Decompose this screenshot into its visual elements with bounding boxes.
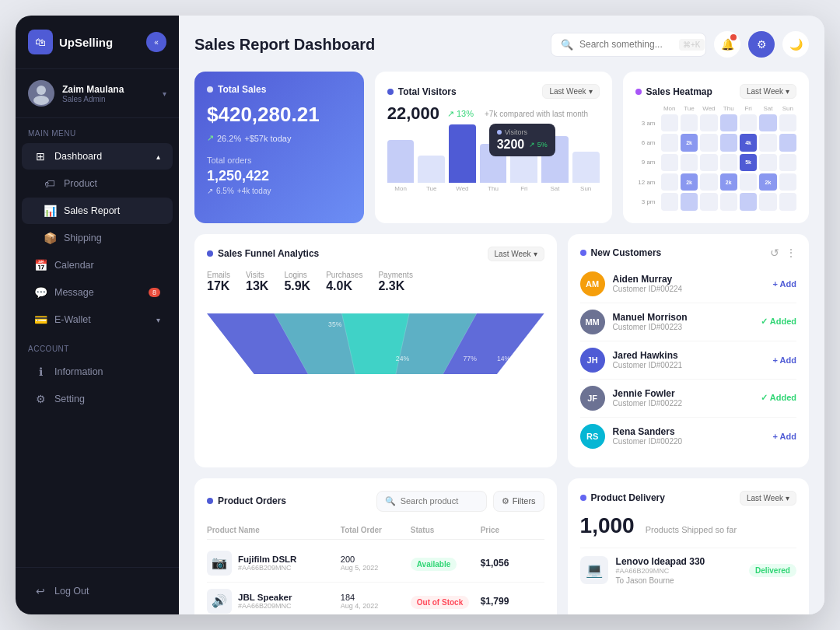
- sidebar-collapse-button[interactable]: «: [146, 32, 166, 52]
- user-role: Sales Admin: [62, 95, 155, 103]
- total-orders-label: Total orders: [207, 156, 352, 165]
- funnel-filter-button[interactable]: Last Week ▾: [488, 247, 544, 261]
- account-section-label: Account: [16, 334, 179, 358]
- heatmap-filter-button[interactable]: Last Week ▾: [740, 84, 796, 99]
- chevron-up-icon: ▴: [156, 152, 160, 161]
- total-orders-amount: 1,250,422: [207, 168, 352, 184]
- delivery-filter-button[interactable]: Last Week ▾: [740, 491, 796, 506]
- sidebar-item-dashboard[interactable]: ⊞ Dashboard ▴: [22, 143, 173, 170]
- ewallet-icon: 💳: [34, 313, 47, 326]
- heatmap-dot: [635, 89, 642, 95]
- sidebar-item-label: E-Wallet: [54, 314, 91, 325]
- sidebar-item-shipping[interactable]: 📦 Shipping: [22, 225, 173, 251]
- added-indicator: ✓ Added: [761, 317, 796, 327]
- funnel-emails: Emails 17K: [207, 271, 230, 293]
- add-customer-button[interactable]: + Add: [773, 432, 796, 441]
- sidebar: 🛍 UpSelling « Zaim Maulana Sales Admin ▾…: [16, 16, 179, 614]
- refresh-icon[interactable]: ↺: [770, 247, 779, 259]
- svg-text:100%: 100%: [220, 354, 237, 362]
- orders-title: Product Orders: [218, 495, 286, 506]
- visitors-change: ↗ 13%: [447, 109, 474, 119]
- total-orders-section: Total orders 1,250,422 ↗ 6.5% +4k today: [207, 156, 352, 195]
- avatar: JF: [580, 386, 605, 411]
- sidebar-item-sales-report[interactable]: 📊 Sales Report: [22, 198, 173, 224]
- search-product-input[interactable]: [401, 496, 478, 506]
- th-status: Status: [411, 526, 474, 534]
- sidebar-item-ewallet[interactable]: 💳 E-Wallet ▾: [22, 306, 173, 333]
- svg-point-1: [33, 96, 49, 105]
- product-cell: 📷 Fujifilm DSLR #AA66B209MNC: [207, 551, 334, 576]
- customer-item-jennie: JF Jennie Fowler Customer ID#00222 ✓ Add…: [580, 380, 796, 418]
- delivery-title: Product Delivery: [591, 492, 665, 503]
- avatar: JH: [580, 348, 605, 373]
- product-cell: 🔊 JBL Speaker #AA66B209MNC: [207, 589, 334, 614]
- funnel-dot: [207, 250, 213, 257]
- filters-button[interactable]: ⚙ Filters: [493, 491, 544, 512]
- card-dot: [207, 86, 213, 93]
- delivery-item: 💻 Lenovo Ideapad 330 #AA66B209MNC To Jas…: [580, 548, 796, 593]
- filter-icon: ⚙: [502, 496, 509, 506]
- main-menu-label: Main Menu: [16, 118, 179, 142]
- notification-button[interactable]: 🔔: [714, 31, 740, 58]
- settings-button[interactable]: ⚙: [748, 31, 775, 58]
- bar-mon: Mon: [387, 140, 415, 192]
- more-icon[interactable]: ⋮: [786, 247, 796, 259]
- sidebar-item-information[interactable]: ℹ Information: [22, 359, 173, 385]
- th-price: Price: [481, 526, 544, 534]
- total-sales-header: Total Sales: [207, 84, 352, 95]
- customer-info: Aiden Murray Customer ID#00224: [613, 274, 765, 293]
- tooltip-dot: [497, 130, 502, 135]
- funnel-logins: Logins 5.9K: [284, 271, 310, 293]
- table-header: Product Name Total Order Status Price: [207, 521, 544, 540]
- funnel-visits: Visits 13K: [246, 271, 268, 293]
- add-customer-button[interactable]: + Add: [773, 355, 796, 365]
- notification-badge: [730, 34, 737, 40]
- search-product-bar[interactable]: 🔍: [376, 491, 487, 512]
- sidebar-item-label: Information: [54, 366, 103, 377]
- search-icon: 🔍: [385, 496, 396, 506]
- th-total-order: Total Order: [341, 526, 404, 534]
- dark-mode-button[interactable]: 🌙: [782, 31, 809, 58]
- total-sales-card: Total Sales $420,280.21 ↗ 26.2% +$57k to…: [194, 72, 364, 223]
- chevron-down-icon: ▾: [786, 494, 789, 502]
- calendar-icon: 📅: [34, 259, 47, 271]
- logout-button[interactable]: ↩ Log Out: [28, 579, 166, 604]
- search-bar[interactable]: 🔍 ⌘+K: [551, 33, 706, 57]
- user-info: Zaim Maulana Sales Admin: [62, 84, 155, 103]
- logo-icon: 🛍: [28, 30, 53, 54]
- chevron-down-icon: ▾: [156, 316, 160, 324]
- sidebar-user[interactable]: Zaim Maulana Sales Admin ▾: [16, 69, 179, 118]
- visitors-stats: 22,000 ↗ 13% +7k compared with last mont…: [387, 103, 600, 124]
- shipped-label: Products Shipped so far: [646, 525, 737, 534]
- product-image: 🔊: [207, 589, 232, 614]
- search-icon: 🔍: [561, 39, 573, 51]
- change-abs: +$57k today: [244, 134, 291, 143]
- funnel-metrics: Emails 17K Visits 13K Logins 5.9K Purcha…: [207, 271, 544, 293]
- logout-label: Log Out: [54, 586, 89, 597]
- sidebar-item-calendar[interactable]: 📅 Calendar: [22, 252, 173, 278]
- customer-info: Jared Hawkins Customer ID#00221: [613, 350, 765, 369]
- product-orders-header: Product Orders 🔍 ⚙ Filters: [207, 491, 544, 512]
- change-arrow-icon: ↗: [447, 109, 454, 119]
- info-icon: ℹ: [34, 366, 47, 378]
- visitors-filter-button[interactable]: Last Week ▾: [542, 84, 599, 99]
- customers-dot: [580, 250, 586, 256]
- main-content: Sales Report Dashboard 🔍 ⌘+K 🔔 ⚙ 🌙: [179, 16, 824, 614]
- shipped-count: 1,000: [580, 513, 635, 538]
- user-menu-chevron-icon[interactable]: ▾: [163, 89, 166, 98]
- add-customer-button[interactable]: + Add: [773, 279, 796, 289]
- sidebar-logo: 🛍 UpSelling: [28, 30, 113, 54]
- sales-heatmap-card: Sales Heatmap Last Week ▾ Mon Tue Wed Th…: [623, 72, 810, 223]
- funnel-chart-container: 100% 77% 35% 24% 14%: [207, 301, 544, 390]
- sidebar-item-product[interactable]: 🏷 Product: [22, 170, 173, 197]
- sidebar-item-setting[interactable]: ⚙ Setting: [22, 386, 173, 412]
- sidebar-item-message[interactable]: 💬 Message 8: [22, 279, 173, 306]
- sidebar-item-label: Dashboard: [54, 151, 102, 162]
- sidebar-item-label: Shipping: [64, 233, 102, 243]
- message-icon: 💬: [34, 286, 47, 299]
- visitors-header: Total Visitors Last Week ▾: [387, 84, 600, 99]
- top-cards-grid: Total Sales $420,280.21 ↗ 26.2% +$57k to…: [194, 72, 809, 223]
- search-input[interactable]: [579, 39, 673, 50]
- funnel-purchases: Purchases 4.0K: [326, 271, 362, 293]
- sidebar-item-label: Message: [54, 287, 94, 298]
